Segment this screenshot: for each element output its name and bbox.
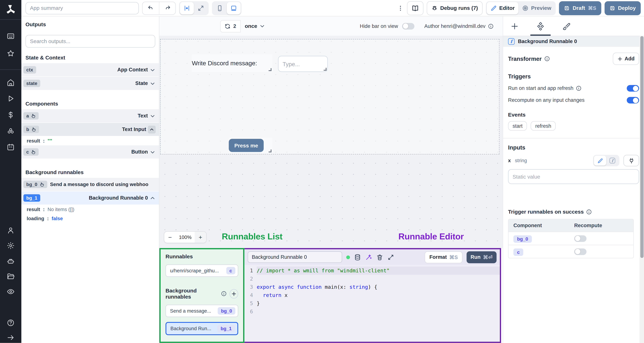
insert-tab-plus-icon[interactable] xyxy=(510,22,519,30)
runnable-title-input[interactable] xyxy=(248,251,342,263)
output-row-ctx[interactable]: ctx App Context xyxy=(21,63,159,76)
sidebar-item-expand[interactable] xyxy=(6,334,15,342)
hide-bar-toggle[interactable] xyxy=(402,23,414,29)
output-row-bg1[interactable]: bg_1 Background Runnable 0 xyxy=(21,192,159,204)
component-settings-panel: f Background Runnable 0 Transformer Add xyxy=(503,16,644,343)
sidebar-item-folders[interactable] xyxy=(6,272,15,280)
scrollbar-thumb[interactable] xyxy=(640,36,644,258)
chevron-up-icon[interactable] xyxy=(150,195,156,201)
resize-handle[interactable] xyxy=(324,68,326,71)
canvas-align-group xyxy=(179,1,208,15)
zoom-in-button[interactable]: + xyxy=(195,232,206,243)
code-lines[interactable]: // import * as wmill from "windmill-clie… xyxy=(257,266,500,342)
style-tab-paintbrush-icon[interactable] xyxy=(562,22,570,30)
sidebar-item-home[interactable] xyxy=(6,78,15,86)
trash-icon[interactable] xyxy=(376,254,383,260)
bug-icon xyxy=(431,5,438,11)
fullscreen-canvas-button[interactable] xyxy=(194,2,208,14)
resize-handle[interactable] xyxy=(269,150,272,152)
bg0-recompute-toggle[interactable] xyxy=(574,235,586,242)
debug-runs-button[interactable]: Debug runs (7) xyxy=(427,1,482,15)
chevron-up-icon[interactable] xyxy=(148,126,156,133)
event-pill-start[interactable]: start xyxy=(508,121,527,130)
sidebar-item-workers[interactable] xyxy=(6,257,15,265)
sidebar-item-apps[interactable] xyxy=(6,32,15,40)
app-summary-input[interactable] xyxy=(26,2,139,14)
info-icon[interactable] xyxy=(576,86,582,91)
right-panel-scrollbar[interactable] xyxy=(640,36,644,343)
device-toggle-group xyxy=(212,1,242,15)
expand-editor-icon[interactable] xyxy=(387,254,394,260)
info-icon[interactable] xyxy=(586,209,592,215)
runnables-list-panel: Runnables u/henri/scrape_githu... c Back… xyxy=(159,248,244,343)
database-icon[interactable] xyxy=(354,254,361,260)
sidebar-item-variables[interactable] xyxy=(6,111,15,119)
canvas-artboard[interactable]: Write Discord message: Type... Press me xyxy=(160,39,500,154)
code-editor[interactable]: 123456 // import * as wmill from "windmi… xyxy=(244,265,500,342)
more-menu-icon[interactable] xyxy=(397,2,404,14)
sidebar-item-resources[interactable] xyxy=(6,127,15,135)
output-row-a[interactable]: a Text xyxy=(21,109,159,122)
zoom-out-button[interactable]: − xyxy=(164,232,176,243)
runnable-item-script[interactable]: u/henri/scrape_githu... c xyxy=(166,264,238,277)
run-on-start-toggle[interactable] xyxy=(627,85,639,92)
deploy-button[interactable]: Deploy xyxy=(604,1,641,15)
undo-button[interactable] xyxy=(142,2,159,14)
output-row-bg0[interactable]: bg_0 Send a message to discord using web… xyxy=(21,178,159,191)
settings-tab-components-icon[interactable] xyxy=(536,22,544,30)
resize-handle[interactable] xyxy=(269,68,272,71)
annotation-runnables-list: Runnables List xyxy=(222,232,282,242)
format-button[interactable]: Format⌘S xyxy=(425,251,462,263)
ai-wand-icon[interactable] xyxy=(365,254,372,260)
output-row-b[interactable]: b Text Input xyxy=(21,123,159,136)
redo-button[interactable] xyxy=(159,2,175,14)
sidebar-item-settings[interactable] xyxy=(6,242,15,250)
draft-button[interactable]: Draft ⌘S xyxy=(559,1,601,15)
c-recompute-toggle[interactable] xyxy=(574,248,586,255)
transformer-heading: Transformer xyxy=(508,56,550,62)
docs-button[interactable] xyxy=(407,1,423,15)
add-background-runnable-button[interactable] xyxy=(230,289,238,298)
text-input-component[interactable]: Type... xyxy=(278,56,328,72)
info-icon[interactable] xyxy=(544,56,550,62)
interval-dropdown[interactable]: once xyxy=(245,23,266,29)
event-pill-refresh[interactable]: refresh xyxy=(531,121,556,130)
press-me-button[interactable]: Press me xyxy=(229,139,264,152)
output-row-c[interactable]: c Button xyxy=(21,145,159,158)
sidebar-item-schedules[interactable] xyxy=(6,143,15,151)
runnable-item-bg1-selected[interactable]: Background Run... bg_1 xyxy=(166,322,238,335)
mobile-view-button[interactable] xyxy=(213,2,227,14)
output-row-state[interactable]: state State xyxy=(21,77,159,90)
button-component-wrapper[interactable]: Press me xyxy=(229,138,272,153)
eval-mode-function-icon[interactable]: f xyxy=(606,156,619,166)
info-icon[interactable] xyxy=(488,23,494,29)
preview-tab[interactable]: Preview xyxy=(518,2,555,14)
sidebar-item-runs[interactable] xyxy=(6,94,15,103)
runnable-item-bg0[interactable]: Send a message... bg_0 xyxy=(166,305,238,317)
sidebar-item-audit[interactable] xyxy=(6,288,15,296)
recompute-toggle[interactable] xyxy=(627,97,639,104)
info-icon[interactable] xyxy=(221,291,227,297)
chevron-down-icon[interactable] xyxy=(150,113,156,119)
app-canvas[interactable]: Write Discord message: Type... Press me xyxy=(159,36,503,248)
zoom-level: 100% xyxy=(176,234,195,240)
a-badge: a xyxy=(24,112,39,120)
static-mode-pencil-icon[interactable] xyxy=(594,156,606,166)
refresh-count-button[interactable]: 2 xyxy=(220,20,241,32)
editor-tab[interactable]: Editor xyxy=(486,2,518,14)
sidebar-item-favorites[interactable] xyxy=(6,49,15,58)
run-button[interactable]: Run⌘⏎ xyxy=(466,251,496,263)
desktop-view-button[interactable] xyxy=(227,2,241,14)
chevron-down-icon[interactable] xyxy=(150,80,156,86)
sidebar-item-user[interactable] xyxy=(6,226,15,234)
static-value-input[interactable] xyxy=(508,169,639,184)
chevron-down-icon[interactable] xyxy=(150,149,156,155)
add-transformer-button[interactable]: Add xyxy=(613,52,639,65)
chevron-down-icon[interactable] xyxy=(150,67,156,73)
search-outputs-input[interactable] xyxy=(26,35,155,48)
sidebar-item-help[interactable] xyxy=(6,319,15,327)
text-component[interactable]: Write Discord message: xyxy=(192,54,272,72)
windmill-logo-icon[interactable] xyxy=(4,3,17,16)
connect-plug-icon[interactable] xyxy=(624,155,639,166)
center-layout-button[interactable] xyxy=(180,2,194,14)
